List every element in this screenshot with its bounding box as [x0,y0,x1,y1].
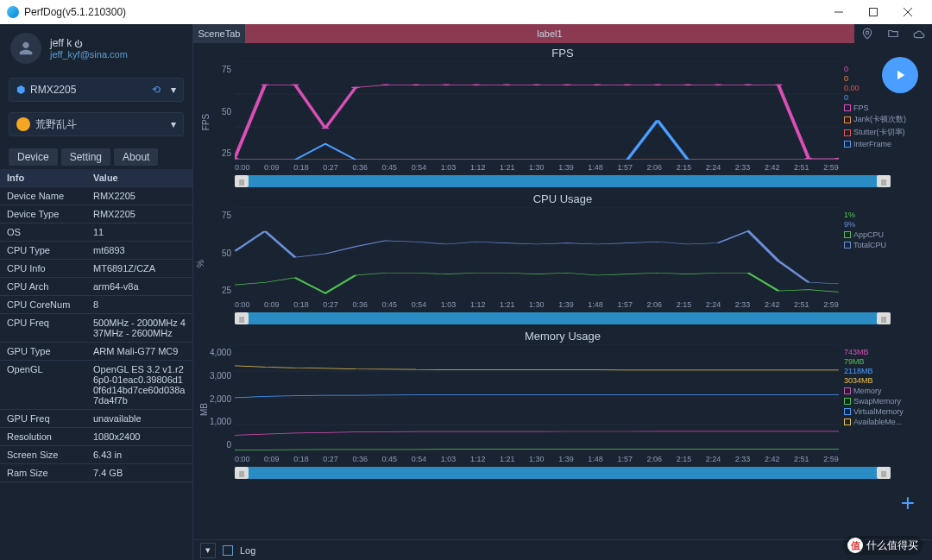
info-row: CPU CoreNum8 [0,296,192,314]
svg-point-21 [623,85,632,86]
svg-point-13 [381,85,390,86]
expand-panel-button[interactable]: ▾ [200,543,216,558]
info-row: OpenGLOpenGL ES 3.2 v1.r26p0-01eac0.3980… [0,361,192,410]
slider-handle-left[interactable]: ||| [235,467,249,479]
folder-icon[interactable] [887,28,899,40]
log-checkbox[interactable] [223,545,233,556]
time-range-slider[interactable]: ||| ||| [235,312,891,324]
info-row: CPU Typemt6893 [0,242,192,260]
refresh-icon[interactable]: ⟲ [152,84,161,96]
plot-area[interactable]: 0:000:090:180:270:360:450:541:031:121:21… [235,61,839,173]
app-selector[interactable]: 荒野乱斗 ▾ [9,112,184,136]
minimize-button[interactable] [822,0,856,24]
scene-tab[interactable]: SceneTab [193,24,245,43]
svg-point-17 [502,85,511,86]
location-icon[interactable] [861,28,873,40]
chart-title: CPU Usage [200,192,925,205]
svg-point-26 [774,85,783,86]
svg-point-18 [532,85,541,86]
user-email: jeff_kyf@sina.com [50,49,128,60]
log-label: Log [240,545,255,556]
info-row: Ram Size7.4 GB [0,464,192,482]
chevron-down-icon: ▾ [171,118,176,130]
svg-point-22 [653,85,662,86]
slider-handle-right[interactable]: ||| [877,312,891,324]
avatar[interactable] [10,33,41,64]
sidebar: jeff k ⏻ jeff_kyf@sina.com ⬢ RMX2205 ⟲ ▾… [0,24,193,560]
svg-point-10 [291,85,299,86]
legend: 000.000FPSJank(卡顿次数)Stutter(卡切率)InterFra… [839,61,925,173]
chart-title: Memory Usage [200,330,925,343]
svg-point-25 [744,85,753,86]
svg-point-16 [472,85,481,86]
close-button[interactable] [891,0,925,24]
tab-device[interactable]: Device [9,148,58,166]
chart-title: FPS [200,47,925,60]
bottom-bar: ▾ Log [193,539,932,560]
slider-handle-left[interactable]: ||| [235,175,249,187]
tab-setting[interactable]: Setting [61,148,110,166]
chart-memory-usage: Memory Usage MB 4,0003,0002,0001,0000 0:… [200,330,925,479]
chevron-down-icon: ▾ [171,84,176,96]
info-row: Screen Size6.43 in [0,446,192,464]
info-row: Device NameRMX2205 [0,187,192,205]
info-row: CPU InfoMT6891Z/CZA [0,260,192,278]
user-block: jeff k ⏻ jeff_kyf@sina.com [0,24,192,72]
add-chart-button[interactable]: + [901,489,915,517]
info-row: CPU Archarm64-v8a [0,278,192,296]
svg-point-19 [563,85,571,86]
device-info-table: InfoValue Device NameRMX2205Device TypeR… [0,169,192,560]
svg-rect-1 [870,9,878,16]
plot-area[interactable]: 0:000:090:180:270:360:450:541:031:121:21… [235,207,839,311]
svg-point-12 [351,87,360,89]
app-title: PerfDog(v5.1.210300) [24,6,126,18]
plot-area[interactable]: 0:000:090:180:270:360:450:541:031:121:21… [235,344,839,465]
legend: 1%9%AppCPUTotalCPU [839,207,925,311]
scene-bar: SceneTab label1 [193,24,932,43]
info-row: OS11 [0,223,192,242]
info-row: Device TypeRMX2205 [0,205,192,223]
app-icon [7,6,19,18]
scene-label[interactable]: label1 [245,24,854,43]
chart-fps: FPS FPS 755025 0:000:090:180:270:360:450… [200,47,925,187]
user-name: jeff k ⏻ [50,37,128,49]
svg-point-27 [804,158,813,160]
svg-point-14 [412,85,420,86]
slider-handle-right[interactable]: ||| [877,175,891,187]
svg-point-24 [714,85,722,86]
slider-handle-left[interactable]: ||| [235,312,249,324]
legend: 743MB79MB2118MB3034MBMemorySwapMemoryVir… [839,344,925,465]
tab-about[interactable]: About [114,148,158,166]
content: SceneTab label1 FPS FPS 755025 0:000:090… [193,24,932,560]
device-selector[interactable]: ⬢ RMX2205 ⟲ ▾ [9,78,184,102]
time-range-slider[interactable]: ||| ||| [235,467,891,479]
svg-point-4 [866,31,869,35]
chart-cpu-usage: CPU Usage % 755025 0:000:090:180:270:360… [200,192,925,324]
info-row: GPU Frequnavailable [0,410,192,428]
svg-point-28 [834,158,839,160]
info-row: Resolution1080x2400 [0,428,192,446]
svg-point-15 [442,85,450,86]
titlebar: PerfDog(v5.1.210300) [0,0,932,24]
svg-point-23 [683,85,692,86]
sidebar-tabs: Device Setting About [0,142,192,169]
svg-point-8 [235,158,239,160]
info-row: CPU Freq500MHz - 2000MHz 437MHz - 2600MH… [0,314,192,343]
slider-handle-right[interactable]: ||| [877,467,891,479]
svg-point-11 [321,128,330,129]
app-game-icon [16,117,30,131]
cloud-icon[interactable] [913,28,925,40]
svg-point-20 [593,85,601,86]
maximize-button[interactable] [856,0,891,24]
info-row: GPU TypeARM Mali-G77 MC9 [0,343,192,361]
time-range-slider[interactable]: ||| ||| [235,175,891,187]
svg-point-9 [261,85,269,86]
watermark: 值 什么值得买 [842,536,923,555]
